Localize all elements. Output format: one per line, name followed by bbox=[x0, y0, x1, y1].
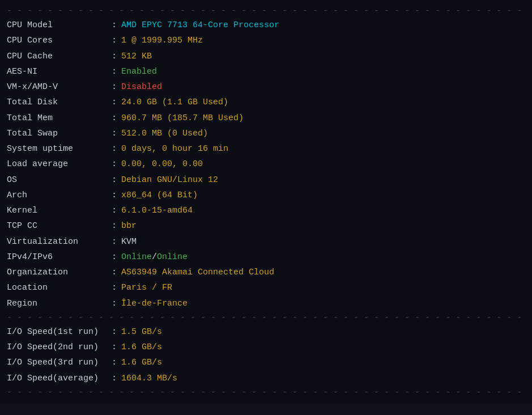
row-colon: : bbox=[112, 356, 117, 369]
row-colon: : bbox=[112, 158, 117, 171]
row-colon: : bbox=[112, 112, 117, 125]
row-value: 512.0 MB (0 Used) bbox=[121, 127, 208, 140]
row-colon: : bbox=[112, 50, 117, 63]
row-label: CPU Model bbox=[7, 19, 112, 32]
row-label: Organization bbox=[7, 266, 112, 279]
row-label: I/O Speed(1st run) bbox=[7, 325, 112, 338]
row-colon: : bbox=[112, 65, 117, 78]
row-label: AES-NI bbox=[7, 65, 112, 78]
row-label: Location bbox=[7, 281, 112, 294]
info-row: IPv4/IPv6: Online / Online bbox=[7, 249, 525, 265]
row-colon: : bbox=[112, 96, 117, 109]
info-row: AES-NI: Enabled bbox=[7, 64, 525, 79]
row-label: Total Disk bbox=[7, 96, 112, 109]
info-row: Total Swap: 512.0 MB (0 Used) bbox=[7, 126, 525, 141]
row-colon: : bbox=[112, 251, 117, 264]
info-row: I/O Speed(1st run): 1.5 GB/s bbox=[7, 324, 525, 340]
info-row: System uptime: 0 days, 0 hour 16 min bbox=[7, 141, 525, 156]
row-value: 0 days, 0 hour 16 min bbox=[121, 142, 228, 155]
info-row: Total Disk: 24.0 GB (1.1 GB Used) bbox=[7, 95, 525, 110]
row-value: KVM bbox=[121, 235, 137, 248]
row-label: TCP CC bbox=[7, 219, 112, 232]
row-colon: : bbox=[112, 173, 117, 187]
row-value: AS63949 Akamai Connected Cloud bbox=[121, 266, 274, 279]
row-label: Total Mem bbox=[7, 112, 112, 125]
io-section: I/O Speed(1st run): 1.5 GB/sI/O Speed(2n… bbox=[7, 324, 525, 386]
row-value: Disabled bbox=[121, 81, 162, 94]
info-row: Kernel: 6.1.0-15-amd64 bbox=[7, 203, 525, 218]
top-separator: - - - - - - - - - - - - - - - - - - - - … bbox=[7, 6, 525, 16]
row-value: bbr bbox=[121, 219, 137, 232]
row-label: System uptime bbox=[7, 142, 112, 155]
row-label: I/O Speed(3rd run) bbox=[7, 356, 112, 369]
row-value-part: / bbox=[152, 251, 157, 264]
row-label: Load average bbox=[7, 158, 112, 171]
row-value: 1.5 GB/s bbox=[121, 325, 162, 338]
row-label: CPU Cores bbox=[7, 34, 112, 47]
row-value: x86_64 (64 Bit) bbox=[121, 189, 198, 202]
row-colon: : bbox=[112, 281, 117, 294]
row-colon: : bbox=[112, 235, 117, 248]
info-row: CPU Cores: 1 @ 1999.995 MHz bbox=[7, 33, 525, 48]
row-colon: : bbox=[112, 325, 117, 338]
row-label: VM-x/AMD-V bbox=[7, 81, 112, 94]
info-row: I/O Speed(2nd run): 1.6 GB/s bbox=[7, 340, 525, 355]
info-row: Total Mem: 960.7 MB (185.7 MB Used) bbox=[7, 111, 525, 126]
row-colon: : bbox=[112, 266, 117, 279]
row-label: Kernel bbox=[7, 204, 112, 217]
info-row: VM-x/AMD-V: Disabled bbox=[7, 79, 525, 95]
row-colon: : bbox=[112, 81, 117, 94]
row-value: Enabled bbox=[121, 65, 157, 78]
info-row: Arch: x86_64 (64 Bit) bbox=[7, 188, 525, 203]
row-colon: : bbox=[112, 204, 117, 217]
info-row: Region: Île-de-France bbox=[7, 296, 525, 311]
row-colon: : bbox=[112, 219, 117, 232]
row-value: Debian GNU/Linux 12 bbox=[121, 173, 218, 187]
info-row: Load average: 0.00, 0.00, 0.00 bbox=[7, 156, 525, 172]
row-colon: : bbox=[112, 19, 117, 32]
row-label: Region bbox=[7, 297, 112, 310]
row-colon: : bbox=[112, 189, 117, 202]
row-label: IPv4/IPv6 bbox=[7, 251, 112, 264]
row-value: 1604.3 MB/s bbox=[121, 372, 177, 385]
main-container: - - - - - - - - - - - - - - - - - - - - … bbox=[0, 0, 532, 404]
row-value: 6.1.0-15-amd64 bbox=[121, 204, 193, 217]
info-row: OS: Debian GNU/Linux 12 bbox=[7, 172, 525, 188]
row-label: Virtualization bbox=[7, 235, 112, 248]
row-value: 960.7 MB (185.7 MB Used) bbox=[121, 112, 244, 125]
row-value: 1.6 GB/s bbox=[121, 341, 162, 354]
row-colon: : bbox=[112, 297, 117, 310]
row-value: Île-de-France bbox=[121, 297, 188, 310]
info-row: CPU Cache: 512 KB bbox=[7, 49, 525, 64]
row-value: 1 @ 1999.995 MHz bbox=[121, 34, 203, 47]
info-row: Virtualization: KVM bbox=[7, 234, 525, 249]
row-value-part: Online bbox=[157, 251, 188, 264]
row-colon: : bbox=[112, 127, 117, 140]
info-row: TCP CC: bbr bbox=[7, 218, 525, 234]
row-colon: : bbox=[112, 372, 117, 385]
bottom-separator: - - - - - - - - - - - - - - - - - - - - … bbox=[7, 388, 525, 397]
row-label: Arch bbox=[7, 189, 112, 202]
row-value: 0.00, 0.00, 0.00 bbox=[121, 158, 203, 171]
row-label: Total Swap bbox=[7, 127, 112, 140]
row-label: CPU Cache bbox=[7, 50, 112, 63]
row-colon: : bbox=[112, 34, 117, 47]
row-value: AMD EPYC 7713 64-Core Processor bbox=[121, 19, 279, 32]
info-row: Organization: AS63949 Akamai Connected C… bbox=[7, 265, 525, 280]
row-label: OS bbox=[7, 173, 112, 187]
info-row: Location: Paris / FR bbox=[7, 280, 525, 295]
row-value-part: Online bbox=[121, 251, 152, 264]
row-colon: : bbox=[112, 142, 117, 155]
middle-separator: - - - - - - - - - - - - - - - - - - - - … bbox=[7, 313, 525, 323]
row-label: I/O Speed(average) bbox=[7, 372, 112, 385]
row-colon: : bbox=[112, 341, 117, 354]
info-row: I/O Speed(average): 1604.3 MB/s bbox=[7, 371, 525, 386]
info-row: CPU Model: AMD EPYC 7713 64-Core Process… bbox=[7, 18, 525, 33]
row-value: 512 KB bbox=[121, 50, 152, 63]
row-value: 24.0 GB (1.1 GB Used) bbox=[121, 96, 228, 109]
row-value: 1.6 GB/s bbox=[121, 356, 162, 369]
row-label: I/O Speed(2nd run) bbox=[7, 341, 112, 354]
row-value: Paris / FR bbox=[121, 281, 172, 294]
system-info-section: CPU Model: AMD EPYC 7713 64-Core Process… bbox=[7, 18, 525, 311]
info-row: I/O Speed(3rd run): 1.6 GB/s bbox=[7, 355, 525, 370]
